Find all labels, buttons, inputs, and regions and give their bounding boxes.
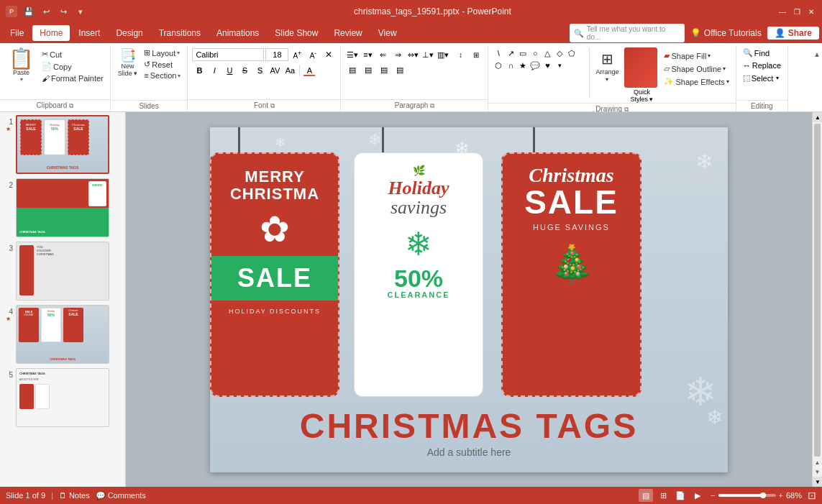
scroll-page-down-button[interactable]: ▼ <box>813 467 822 477</box>
menu-insert[interactable]: Insert <box>71 25 107 41</box>
zoom-out-button[interactable]: − <box>711 491 715 500</box>
shadow-button[interactable]: S <box>252 64 267 77</box>
zoom-thumb[interactable] <box>760 492 766 498</box>
clear-formatting-button[interactable]: ✕ <box>321 47 336 62</box>
zoom-in-button[interactable]: + <box>779 491 783 500</box>
scroll-thumb[interactable] <box>814 124 821 457</box>
slide-thumb-2[interactable]: 2 MERRY CHRISTMAS TAGS <box>3 178 122 237</box>
align-center-button[interactable]: ▤ <box>361 63 375 76</box>
scroll-page-up-button[interactable]: ▲ <box>813 458 822 467</box>
slide-preview-1[interactable]: MERRY SALE Holiday 50% Christmas SALE CH… <box>16 115 109 174</box>
underline-button[interactable]: U <box>222 64 237 77</box>
section-button[interactable]: ≡ Section ▾ <box>142 70 183 81</box>
replace-button[interactable]: ↔ Replace <box>741 60 783 70</box>
shape-outline-arrow[interactable]: ▾ <box>723 65 726 72</box>
align-right-button[interactable]: ▤ <box>377 63 391 76</box>
bullets-button[interactable]: ☰▾ <box>345 48 360 61</box>
slide-preview-5[interactable]: CHRISTMAS TAGS ADD A TITLE HERE <box>16 368 109 427</box>
slide-thumb-1[interactable]: 1 ★ MERRY SALE Holiday 50% <box>3 115 122 174</box>
strikethrough-button[interactable]: S <box>237 64 252 77</box>
slide-preview-4[interactable]: SALE HOLIDAY Holiday 50% Christmas SALE … <box>16 305 109 364</box>
arrange-arrow[interactable]: ▾ <box>606 76 608 83</box>
menu-animations[interactable]: Animations <box>209 25 266 41</box>
menu-review[interactable]: Review <box>326 25 369 41</box>
format-painter-button[interactable]: 🖌 Format Painter <box>40 73 106 83</box>
indent-less-button[interactable]: ⇐ <box>375 48 390 61</box>
shape-arrow[interactable]: ↗ <box>505 47 516 59</box>
layout-button[interactable]: ⊞ Layout ▾ <box>142 47 183 58</box>
reset-button[interactable]: ↺ Reset <box>142 59 183 70</box>
save-button[interactable]: 💾 <box>22 4 36 19</box>
italic-button[interactable]: I <box>207 64 222 77</box>
decrease-font-button[interactable]: A- <box>306 47 320 62</box>
shape-pentagon[interactable]: ⬠ <box>566 47 577 59</box>
close-button[interactable]: ✕ <box>806 6 816 17</box>
paste-arrow[interactable]: ▾ <box>20 76 23 83</box>
font-name-selector[interactable]: Calibri <box>192 48 264 61</box>
change-case-button[interactable]: Aa <box>283 64 297 77</box>
menu-design[interactable]: Design <box>109 25 150 41</box>
shape-callout[interactable]: 💬 <box>529 60 541 71</box>
char-spacing-button[interactable]: AV <box>268 64 282 77</box>
redo-button[interactable]: ↪ <box>56 4 70 19</box>
slide-thumb-5[interactable]: 5 CHRISTMAS TAGS ADD A TITLE HERE <box>3 368 122 427</box>
slide-thumb-3[interactable]: 3 YOUVOUCHERCHRISTMAS <box>3 242 122 301</box>
shape-outline-button[interactable]: ▱ Shape Outline ▾ <box>662 63 731 74</box>
scroll-up-button[interactable]: ▲ <box>813 112 822 122</box>
shape-hexagon[interactable]: ⬡ <box>493 60 504 71</box>
zoom-slider[interactable] <box>718 494 776 497</box>
columns-button[interactable]: ▥▾ <box>436 48 450 61</box>
shape-rect[interactable]: ▭ <box>517 47 529 59</box>
slide-canvas[interactable]: ❄ ❄ ❄ ❄ ❄ ❄ MERRYCHRISTMA ✿ SALE HOLIDAY… <box>210 127 728 472</box>
font-size-selector[interactable]: 18 <box>265 48 288 61</box>
shape-triangle[interactable]: △ <box>542 47 553 59</box>
restore-button[interactable]: ❐ <box>792 6 802 17</box>
paste-button[interactable]: 📋 Paste ▾ <box>4 47 38 84</box>
cut-button[interactable]: ✂ Cut <box>40 49 106 60</box>
undo-button[interactable]: ↩ <box>39 4 53 19</box>
shape-more[interactable]: ▾ <box>554 60 565 71</box>
shape-diamond[interactable]: ◇ <box>554 47 565 59</box>
quick-styles-box[interactable] <box>624 47 657 88</box>
view-slideshow-button[interactable]: ▶ <box>690 489 705 502</box>
comments-button[interactable]: 💬 Comments <box>96 491 146 500</box>
shape-oval[interactable]: ○ <box>529 47 541 59</box>
customize-button[interactable]: ▾ <box>73 4 88 19</box>
copy-button[interactable]: 📄 Copy <box>40 61 106 72</box>
shape-line[interactable]: \ <box>493 47 504 59</box>
indent-more-button[interactable]: ⇒ <box>391 48 405 61</box>
shape-curve[interactable]: ∩ <box>505 60 516 71</box>
slide-preview-2[interactable]: MERRY CHRISTMAS TAGS <box>16 178 109 237</box>
ribbon-collapse-button[interactable]: ▲ <box>812 49 822 60</box>
view-normal-button[interactable]: ▤ <box>639 489 653 502</box>
shape-fill-button[interactable]: ▰ Shape Fill ▾ <box>662 50 731 61</box>
menu-home[interactable]: Home <box>32 25 70 41</box>
share-button[interactable]: 👤 Share <box>767 27 819 40</box>
view-reading-button[interactable]: 📄 <box>673 489 688 502</box>
scroll-down-button[interactable]: ▼ <box>813 477 822 487</box>
text-direction-button[interactable]: ⇔▾ <box>406 48 420 61</box>
office-tutorials-link[interactable]: 💡 Office Tutorials <box>690 28 762 38</box>
bold-button[interactable]: B <box>192 64 206 77</box>
align-left-button[interactable]: ▤ <box>345 63 360 76</box>
justify-button[interactable]: ▤ <box>393 63 407 76</box>
slide-thumb-4[interactable]: 4 ★ SALE HOLIDAY Holiday 50% <box>3 305 122 364</box>
menu-file[interactable]: File <box>3 25 31 41</box>
minimize-button[interactable]: — <box>777 6 787 17</box>
menu-slideshow[interactable]: Slide Show <box>268 25 325 41</box>
line-spacing-button[interactable]: ↕ <box>453 47 467 62</box>
help-search[interactable]: 🔍 Tell me what you want to do... <box>570 24 685 42</box>
slide-preview-3[interactable]: YOUVOUCHERCHRISTMAS <box>16 242 109 301</box>
convert-smartart-button[interactable]: ⊞ <box>469 47 483 62</box>
notes-button[interactable]: 🗒 Notes <box>59 491 90 500</box>
shape-fill-arrow[interactable]: ▾ <box>708 52 711 59</box>
align-text-button[interactable]: ⊥▾ <box>421 48 435 61</box>
numbering-button[interactable]: ≡▾ <box>360 48 375 61</box>
shape-effects-button[interactable]: ✨ Shape Effects ▾ <box>662 76 731 87</box>
select-button[interactable]: ⬚ Select ▾ <box>741 73 783 83</box>
view-sorter-button[interactable]: ⊞ <box>656 489 670 502</box>
new-slide-button[interactable]: 📑 NewSlide ▾ <box>115 47 141 78</box>
font-color-button[interactable]: A <box>302 64 316 77</box>
shape-effects-arrow[interactable]: ▾ <box>726 78 729 85</box>
increase-font-button[interactable]: A+ <box>290 47 304 62</box>
